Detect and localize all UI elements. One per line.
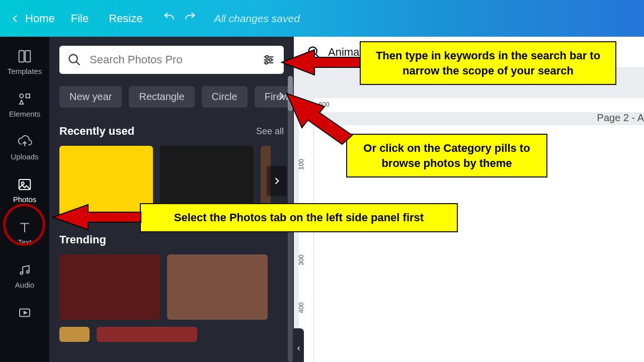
sidebar-label: Uploads <box>11 152 38 161</box>
chevron-left-icon <box>296 345 302 351</box>
callout-search: Then type in keywords in the search bar … <box>360 41 616 85</box>
undo-icon[interactable] <box>163 12 176 25</box>
templates-icon <box>17 49 32 64</box>
photos-panel: New year Rectangle Circle Fireworks Rece… <box>49 37 294 362</box>
pill-rectangle[interactable]: Rectangle <box>129 86 194 108</box>
photo-thumb[interactable] <box>167 254 268 320</box>
svg-rect-0 <box>19 51 24 62</box>
sidebar-item-video[interactable] <box>0 298 49 327</box>
trending-title: Trending <box>59 233 106 246</box>
save-status: All changes saved <box>214 13 299 25</box>
redo-icon[interactable] <box>184 12 197 25</box>
sidebar-label: Audio <box>15 281 34 289</box>
arrow-to-photos-tab <box>50 202 141 234</box>
ruler-horizontal: 600 <box>314 98 644 113</box>
photo-thumb[interactable] <box>59 327 90 342</box>
sidebar-item-elements[interactable]: Elements <box>0 84 49 125</box>
svg-point-6 <box>27 270 29 273</box>
page-label: Page 2 - A <box>597 112 644 124</box>
sidebar-label: Text <box>18 238 32 246</box>
pill-new-year[interactable]: New year <box>59 86 122 108</box>
thumbs-next[interactable] <box>267 166 287 196</box>
sidebar-label: Elements <box>9 110 41 118</box>
photos-icon <box>17 177 32 192</box>
category-pills: New year Rectangle Circle Fireworks <box>59 86 284 108</box>
chevron-right-icon <box>272 176 282 186</box>
search-bar[interactable] <box>59 46 284 74</box>
svg-point-8 <box>69 55 77 63</box>
arrow-to-pills <box>279 82 355 155</box>
trending-row <box>59 254 284 342</box>
back-icon <box>10 14 20 24</box>
sidebar-item-uploads[interactable]: Uploads <box>0 127 49 168</box>
top-bar: Home File Resize All changes saved <box>0 0 644 37</box>
left-sidebar: Templates Elements Uploads Photos Text A… <box>0 37 49 362</box>
resize-menu[interactable]: Resize <box>105 9 146 28</box>
svg-rect-1 <box>25 51 30 62</box>
svg-point-11 <box>265 61 268 64</box>
search-input[interactable] <box>90 53 254 66</box>
callout-photos-tab: Select the Photos tab on the left side p… <box>140 203 458 232</box>
svg-point-4 <box>22 182 24 185</box>
collapse-panel-button[interactable] <box>294 328 304 362</box>
sidebar-item-photos[interactable]: Photos <box>0 170 49 211</box>
sidebar-label: Photos <box>13 195 37 204</box>
sidebar-item-text[interactable]: Text <box>0 213 49 253</box>
svg-point-10 <box>269 58 272 61</box>
search-icon <box>67 53 82 67</box>
file-menu[interactable]: File <box>67 9 93 28</box>
video-icon <box>17 305 32 320</box>
home-label: Home <box>25 12 55 25</box>
pill-circle[interactable]: Circle <box>202 86 248 108</box>
back-home[interactable]: Home <box>10 12 55 25</box>
sidebar-item-audio[interactable]: Audio <box>0 255 49 296</box>
recently-used-title: Recently used <box>59 125 134 138</box>
svg-point-5 <box>20 272 23 275</box>
photo-thumb[interactable] <box>97 327 197 342</box>
uploads-icon <box>17 134 32 149</box>
text-icon <box>17 220 32 235</box>
photo-thumb[interactable] <box>59 254 160 320</box>
callout-pills: Or click on the Category pills to browse… <box>346 134 547 177</box>
svg-point-9 <box>266 56 268 58</box>
audio-icon <box>17 262 32 278</box>
sidebar-label: Templates <box>8 67 42 75</box>
arrow-to-search <box>279 47 360 79</box>
sidebar-item-templates[interactable]: Templates <box>0 42 49 82</box>
svg-point-2 <box>20 94 24 98</box>
filter-icon[interactable] <box>262 53 276 67</box>
elements-icon <box>17 92 32 107</box>
